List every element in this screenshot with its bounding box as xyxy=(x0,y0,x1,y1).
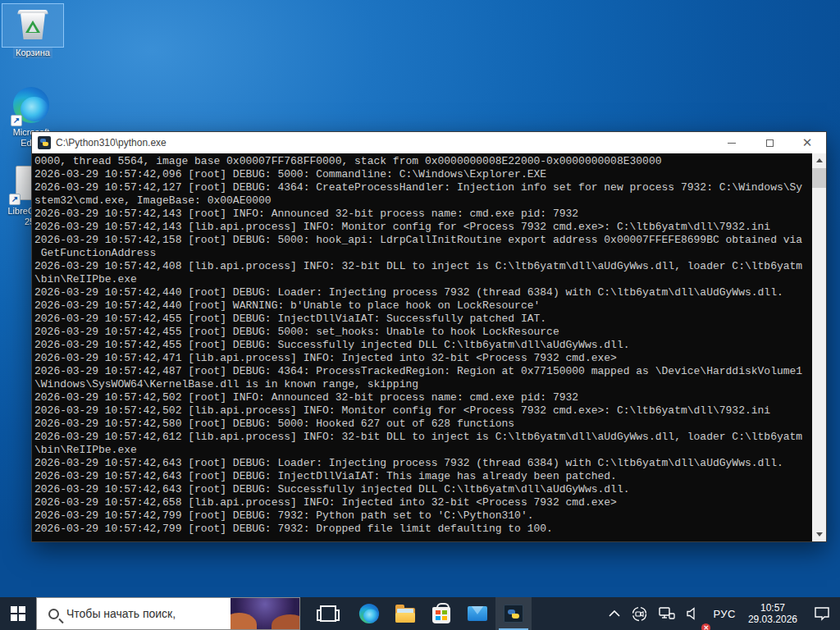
console-line: 2026-03-29 10:57:42,643 [root] DEBUG: In… xyxy=(34,470,812,483)
window-title: C:\Python310\python.exe xyxy=(56,137,713,148)
taskbar-python-button[interactable] xyxy=(495,597,532,630)
minimize-button[interactable] xyxy=(713,132,751,153)
icon-label: Корзина xyxy=(13,48,52,58)
start-button[interactable] xyxy=(0,597,36,630)
network-status-button[interactable] xyxy=(653,597,681,630)
console-line: 2026-03-29 10:57:42,096 [root] DEBUG: 50… xyxy=(34,168,812,181)
taskbar-store-button[interactable] xyxy=(423,597,459,630)
console-line: 2026-03-29 10:57:42,455 [root] DEBUG: In… xyxy=(34,313,812,326)
console-line: \bin\ReIIPbe.exe xyxy=(34,444,812,457)
language-indicator[interactable]: РУС xyxy=(707,597,742,630)
edge-icon xyxy=(359,604,379,623)
action-center-icon xyxy=(814,606,830,621)
taskbar-search[interactable]: Чтобы начать поиск, xyxy=(36,597,300,630)
console-line: stem32\cmd.exe, ImageBase: 0x00AE0000 xyxy=(34,194,812,208)
console-line: 2026-03-29 10:57:42,643 [root] DEBUG: Su… xyxy=(34,483,812,496)
search-icon xyxy=(48,609,59,619)
network-ethernet-icon xyxy=(659,606,675,621)
scrollbar-thumb[interactable] xyxy=(812,168,826,188)
taskbar-edge-button[interactable] xyxy=(351,597,387,630)
console-line: 2026-03-29 10:57:42,408 [lib.api.process… xyxy=(34,260,812,273)
close-button[interactable]: ✕ xyxy=(788,132,826,153)
console-line: 0000, thread 5564, image base 0x00007FF7… xyxy=(34,155,812,168)
python-console-icon xyxy=(504,605,523,623)
speaker-muted-icon xyxy=(687,607,701,620)
task-view-button[interactable] xyxy=(310,597,346,630)
clock-date: 29.03.2026 xyxy=(748,614,797,625)
taskbar: Чтобы начать поиск, xyxy=(0,597,840,630)
scroll-down-button[interactable] xyxy=(812,527,826,541)
console-output[interactable]: 0000, thread 5564, image base 0x00007FF7… xyxy=(32,153,812,541)
console-line: 2026-03-29 10:57:42,455 [root] DEBUG: 50… xyxy=(34,326,812,339)
console-line: 2026-03-29 10:57:42,471 [lib.api.process… xyxy=(34,352,812,365)
windows-logo-icon xyxy=(11,606,25,621)
taskbar-mail-button[interactable] xyxy=(459,597,495,630)
mute-badge-icon: ✕ xyxy=(701,623,710,630)
clock-time: 10:57 xyxy=(748,602,797,614)
console-line: 2026-03-29 10:57:42,799 [root] DEBUG: 79… xyxy=(34,509,812,523)
search-highlight-image[interactable] xyxy=(231,598,299,629)
vertical-scrollbar[interactable] xyxy=(812,153,826,541)
console-line: \bin\ReIIPbe.exe xyxy=(34,273,812,286)
scroll-up-button[interactable] xyxy=(812,153,826,167)
console-line: \Windows\SysWOW64\KernelBase.dll is in k… xyxy=(34,378,812,391)
edge-icon: ↗ xyxy=(12,87,50,125)
console-line: 2026-03-29 10:57:42,158 [root] DEBUG: 50… xyxy=(34,234,812,247)
console-line: 2026-03-29 10:57:42,440 [root] DEBUG: Lo… xyxy=(34,286,812,299)
meet-now-button[interactable] xyxy=(626,597,653,630)
console-line: 2026-03-29 10:57:42,487 [root] DEBUG: 43… xyxy=(34,365,812,378)
recycle-bin-icon xyxy=(14,7,52,44)
console-line: 2026-03-29 10:57:42,143 [lib.api.process… xyxy=(34,221,812,234)
chevron-up-icon xyxy=(609,610,620,618)
console-line: 2026-03-29 10:57:42,502 [lib.api.process… xyxy=(34,404,812,418)
window-titlebar[interactable]: C:\Python310\python.exe ✕ xyxy=(32,132,826,153)
python-app-icon xyxy=(38,136,51,149)
console-line: GetFunctionAddress xyxy=(34,247,812,260)
console-line: 2026-03-29 10:57:42,143 [root] INFO: Ann… xyxy=(34,208,812,221)
shortcut-arrow-icon: ↗ xyxy=(11,115,22,126)
console-line: 2026-03-29 10:57:42,643 [root] DEBUG: Lo… xyxy=(34,457,812,470)
search-placeholder: Чтобы начать поиск, xyxy=(66,607,231,620)
action-center-button[interactable] xyxy=(804,597,840,630)
console-line: 2026-03-29 10:57:42,580 [root] DEBUG: 50… xyxy=(34,418,812,431)
shortcut-arrow-icon: ↗ xyxy=(9,194,21,205)
console-line: 2026-03-29 10:57:42,502 [root] INFO: Ann… xyxy=(34,391,812,404)
taskbar-clock[interactable]: 10:57 29.03.2026 xyxy=(742,602,804,625)
console-line: 2026-03-29 10:57:42,799 [root] DEBUG: 79… xyxy=(34,523,812,536)
console-line: 2026-03-29 10:57:42,440 [root] WARNING: … xyxy=(34,299,812,313)
maximize-button[interactable] xyxy=(751,132,788,153)
file-explorer-icon xyxy=(395,608,415,623)
task-view-icon xyxy=(320,605,336,622)
meet-now-camera-icon xyxy=(632,606,647,622)
tray-overflow-button[interactable] xyxy=(603,597,626,630)
taskbar-explorer-button[interactable] xyxy=(387,597,423,630)
mail-icon xyxy=(468,606,487,621)
volume-button[interactable]: ✕ xyxy=(681,597,707,630)
console-line: 2026-03-29 10:57:42,127 [root] DEBUG: 43… xyxy=(34,181,812,194)
console-window: C:\Python310\python.exe ✕ 0000, thread 5… xyxy=(31,131,827,542)
console-line: 2026-03-29 10:57:42,455 [root] DEBUG: Su… xyxy=(34,339,812,352)
console-line: 2026-03-29 10:57:42,658 [lib.api.process… xyxy=(34,496,812,509)
console-line: 2026-03-29 10:57:42,612 [lib.api.process… xyxy=(34,431,812,444)
microsoft-store-icon xyxy=(432,607,450,623)
desktop-icon-recycle-bin[interactable]: Корзина xyxy=(3,5,62,59)
